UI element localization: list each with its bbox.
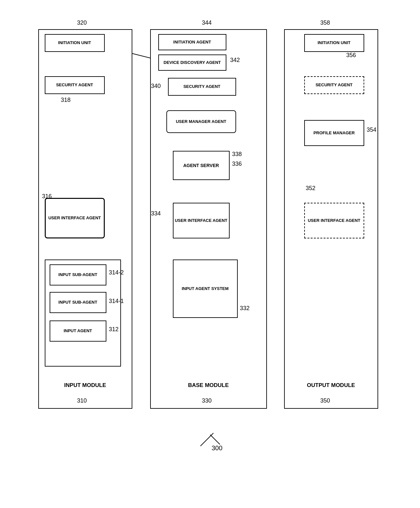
ref-300-arrow bbox=[187, 430, 226, 449]
ref-318: 318 bbox=[61, 97, 71, 103]
ref-312: 312 bbox=[109, 326, 119, 333]
user-interface-agent-right: USER INTERFACE AGENT bbox=[304, 203, 364, 238]
ref-316: 316 bbox=[42, 193, 52, 200]
ref-334: 334 bbox=[151, 210, 161, 217]
security-agent-left: SECURITY AGENT bbox=[45, 76, 105, 94]
output-module-label: OUTPUT MODULE bbox=[284, 382, 378, 389]
user-manager-agent: USER MANAGER AGENT bbox=[166, 110, 236, 133]
ref-352: 352 bbox=[306, 185, 316, 192]
ref-310: 310 bbox=[77, 397, 87, 404]
svg-line-17 bbox=[200, 433, 213, 446]
ref-354: 354 bbox=[367, 127, 377, 133]
ref-342: 342 bbox=[230, 57, 240, 64]
input-sub-agent-2: INPUT SUB-AGENT bbox=[50, 264, 106, 285]
ref-336: 336 bbox=[232, 161, 242, 167]
ref-358: 358 bbox=[320, 19, 330, 26]
input-module-label: INPUT MODULE bbox=[38, 382, 132, 389]
initiation-agent-center: INITIATION AGENT bbox=[158, 34, 226, 50]
diagram: 320 INITIATION UNIT SECURITY AGENT 318 U… bbox=[32, 10, 389, 464]
user-interface-agent-left: USER INTERFACE AGENT bbox=[45, 198, 105, 238]
device-discovery-agent: DEVICE DISCOVERY AGENT bbox=[158, 54, 226, 71]
security-agent-right: SECURITY AGENT bbox=[304, 76, 364, 94]
ref-314-2: 314-2 bbox=[109, 269, 124, 276]
input-agent-system: INPUT AGENT SYSTEM bbox=[173, 260, 238, 318]
ref-344: 344 bbox=[202, 19, 212, 26]
ref-332: 332 bbox=[240, 305, 250, 312]
ref-356: 356 bbox=[346, 52, 356, 59]
agent-server: AGENT SERVER bbox=[173, 151, 230, 180]
initiation-unit-left: INITIATION UNIT bbox=[45, 34, 105, 52]
ref-350: 350 bbox=[320, 397, 330, 404]
initiation-unit-right: INITIATION UNIT bbox=[304, 34, 364, 52]
security-agent-center: SECURITY AGENT bbox=[168, 78, 236, 96]
ref-340: 340 bbox=[151, 83, 161, 90]
ref-330: 330 bbox=[202, 397, 212, 404]
ref-338: 338 bbox=[232, 151, 242, 158]
base-module-label: BASE MODULE bbox=[150, 382, 267, 389]
ref-320: 320 bbox=[77, 19, 87, 26]
user-interface-agent-center: USER INTERFACE AGENT bbox=[173, 203, 230, 238]
input-sub-agent-1: INPUT SUB-AGENT bbox=[50, 292, 106, 313]
input-agent: INPUT AGENT bbox=[50, 321, 106, 342]
ref-314-1: 314-1 bbox=[109, 298, 124, 305]
profile-manager: PROFILE MANAGER bbox=[304, 120, 364, 146]
